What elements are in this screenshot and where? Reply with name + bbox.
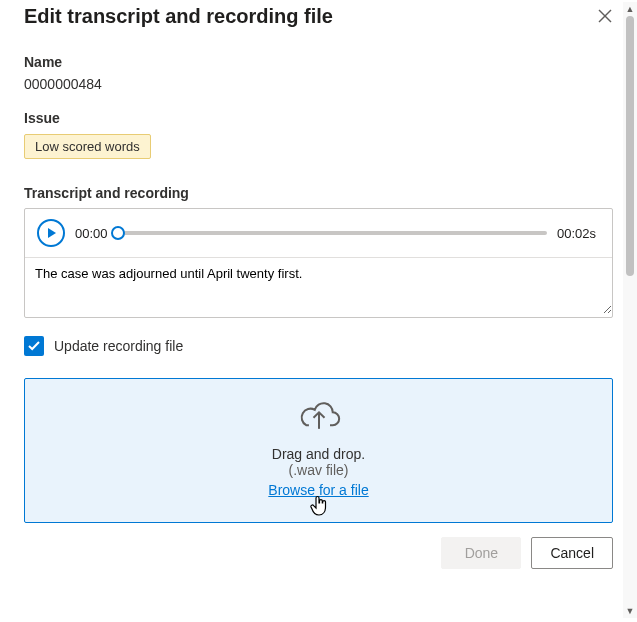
play-icon — [48, 228, 56, 238]
slider-thumb[interactable] — [111, 226, 125, 240]
browse-file-link[interactable]: Browse for a file — [268, 482, 368, 498]
cloud-upload-icon — [297, 399, 341, 433]
vertical-scrollbar[interactable]: ▲ ▼ — [623, 2, 637, 618]
audio-seek-slider[interactable] — [118, 226, 547, 240]
dropzone-primary-text: Drag and drop. — [35, 446, 602, 462]
dialog-footer: Done Cancel — [24, 537, 613, 577]
close-icon — [598, 9, 612, 23]
checkmark-icon — [28, 341, 40, 351]
update-recording-checkbox[interactable] — [24, 336, 44, 356]
update-recording-label: Update recording file — [54, 338, 183, 354]
edit-transcript-dialog: Edit transcript and recording file Name … — [0, 0, 637, 622]
transcript-label: Transcript and recording — [24, 185, 613, 201]
audio-current-time: 00:00 — [75, 226, 108, 241]
transcript-textarea[interactable] — [25, 258, 612, 314]
play-button[interactable] — [37, 219, 65, 247]
scroll-up-arrow[interactable]: ▲ — [623, 2, 637, 16]
dialog-title: Edit transcript and recording file — [24, 5, 333, 28]
scroll-thumb[interactable] — [626, 16, 634, 276]
done-button[interactable]: Done — [441, 537, 521, 569]
scroll-down-arrow[interactable]: ▼ — [623, 604, 637, 618]
dropzone-secondary-text: (.wav file) — [35, 462, 602, 478]
update-recording-row: Update recording file — [24, 336, 613, 356]
issue-label: Issue — [24, 110, 613, 126]
audio-total-time: 00:02s — [557, 226, 596, 241]
cancel-button[interactable]: Cancel — [531, 537, 613, 569]
audio-player-bar: 00:00 00:02s — [25, 209, 612, 258]
transcript-recording-box: 00:00 00:02s — [24, 208, 613, 318]
name-value: 0000000484 — [24, 76, 613, 92]
slider-track — [118, 231, 547, 235]
issue-badge: Low scored words — [24, 134, 151, 159]
file-dropzone[interactable]: Drag and drop. (.wav file) Browse for a … — [24, 378, 613, 523]
name-label: Name — [24, 54, 613, 70]
dialog-header: Edit transcript and recording file — [24, 0, 613, 44]
scroll-track[interactable] — [623, 16, 637, 604]
close-button[interactable] — [591, 2, 619, 30]
